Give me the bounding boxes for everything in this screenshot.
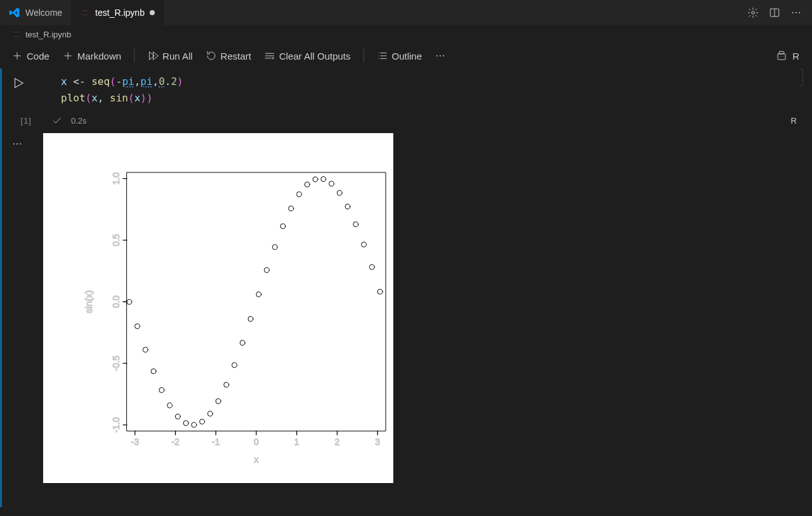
svg-point-83 [216,399,221,404]
toolbar-more-button[interactable] [429,48,451,64]
svg-point-91 [280,224,285,229]
svg-text:1.0: 1.0 [111,172,121,185]
svg-point-95 [313,177,318,182]
svg-text:0.5: 0.5 [111,234,121,247]
breadcrumb-file: test_R.ipynb [25,30,71,39]
svg-text:x: x [254,454,259,465]
svg-text:0.0: 0.0 [111,295,121,308]
more-icon[interactable] [790,7,802,18]
plus-icon [11,50,23,61]
gear-icon[interactable] [747,7,759,18]
svg-rect-45 [127,172,386,431]
tab-welcome-label: Welcome [25,8,62,18]
svg-point-30 [783,56,784,57]
svg-point-98 [337,190,342,195]
svg-point-42 [13,143,15,145]
svg-point-3 [792,12,794,13]
cell-language[interactable]: R [791,116,797,126]
more-icon [435,50,446,61]
svg-text:-0.5: -0.5 [111,356,121,371]
separator [134,49,134,63]
cell-status-row: [1] 0.2s R [11,113,812,128]
svg-point-44 [20,143,21,145]
restart-icon [206,50,217,61]
tab-welcome[interactable]: Welcome [0,0,71,25]
svg-point-89 [265,268,270,273]
svg-point-25 [443,55,444,56]
svg-point-0 [752,11,755,15]
svg-point-93 [297,192,302,197]
notebook-cell: x <- seq(-pi,pi,0.2) plot(x, sin(x)) [1]… [0,68,812,483]
svg-point-74 [143,347,148,352]
svg-point-84 [224,382,229,387]
execution-time: 0.2s [71,116,87,126]
svg-point-43 [16,143,18,145]
svg-point-5 [799,12,800,13]
svg-text:-3: -3 [131,437,140,447]
svg-point-72 [127,299,132,304]
kernel-label: R [792,51,799,61]
svg-point-28 [780,56,780,57]
jupyter-icon [11,29,22,39]
svg-point-22 [378,58,379,59]
execution-count: [1] [11,116,32,126]
add-code-label: Code [27,51,49,61]
svg-point-86 [240,340,245,345]
notebook-toolbar: Code Markdown Run All Restart Clear All … [0,43,812,68]
run-all-label: Run All [162,51,193,61]
svg-point-99 [345,204,350,209]
svg-point-21 [378,55,379,56]
svg-point-4 [796,12,797,13]
add-markdown-button[interactable]: Markdown [57,48,126,64]
svg-point-85 [232,363,237,368]
svg-text:1: 1 [294,437,299,447]
code-content[interactable]: x <- seq(-pi,pi,0.2) plot(x, sin(x)) [36,68,799,112]
svg-text:-2: -2 [171,437,180,447]
jupyter-icon [80,8,90,18]
plus-icon [62,50,74,61]
tab-notebook-label: test_R.ipynb [95,8,145,18]
unsaved-dot-icon [150,10,155,15]
svg-point-81 [200,419,205,424]
svg-point-20 [378,53,379,53]
clear-icon [264,50,275,61]
outline-label: Outline [392,51,422,61]
svg-point-96 [321,177,326,182]
breadcrumb[interactable]: test_R.ipynb [0,25,812,43]
svg-point-78 [175,414,180,419]
tab-notebook[interactable]: test_R.ipynb [71,0,164,25]
plot-output: -3-2-10123-1.0-0.50.00.51.0xsin(x) [43,133,393,483]
tabbar-actions [747,7,812,18]
svg-point-102 [369,264,374,269]
kernel-indicator[interactable]: R [776,50,806,61]
svg-point-73 [135,324,140,329]
svg-text:-1: -1 [212,437,220,447]
svg-text:2: 2 [335,437,340,447]
svg-point-24 [440,55,441,56]
svg-point-87 [248,316,253,321]
svg-point-29 [782,56,782,57]
svg-point-101 [362,242,367,247]
code-cell-editor[interactable]: x <- seq(-pi,pi,0.2) plot(x, sin(x)) [36,68,799,112]
run-cell-button[interactable] [11,76,25,90]
svg-point-82 [207,411,213,416]
clear-outputs-button[interactable]: Clear All Outputs [259,48,356,64]
vscode-icon [9,7,20,18]
run-all-button[interactable]: Run All [142,48,198,64]
svg-point-80 [192,422,197,427]
split-editor-icon[interactable] [769,7,780,18]
outline-icon [377,50,388,61]
add-markdown-label: Markdown [77,51,121,61]
clear-label: Clear All Outputs [279,51,351,61]
svg-text:3: 3 [375,437,380,447]
separator [363,49,364,63]
restart-button[interactable]: Restart [200,48,256,64]
svg-rect-27 [779,51,784,54]
outline-button[interactable]: Outline [372,48,428,64]
svg-point-100 [353,222,358,227]
output-more-icon[interactable] [11,138,23,152]
svg-point-103 [377,289,383,294]
svg-point-90 [272,245,277,250]
svg-point-75 [151,369,156,374]
add-code-button[interactable]: Code [6,48,55,64]
